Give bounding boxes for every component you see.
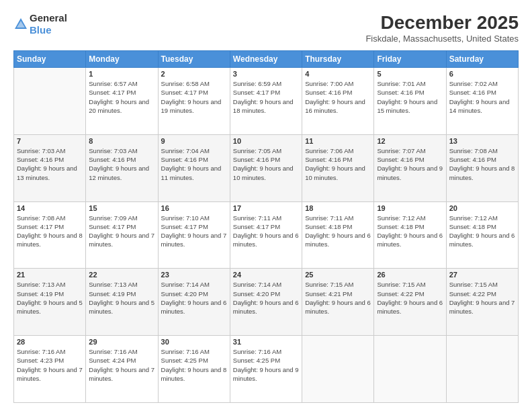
day-info: Sunrise: 7:06 AMSunset: 4:16 PMDaylight:…	[305, 146, 371, 182]
day-info: Sunrise: 7:10 AMSunset: 4:17 PMDaylight:…	[161, 214, 227, 249]
day-cell: 15Sunrise: 7:09 AMSunset: 4:17 PMDayligh…	[86, 201, 158, 269]
header: General Blue December 2025 Fiskdale, Mas…	[13, 12, 519, 44]
week-row-3: 14Sunrise: 7:08 AMSunset: 4:17 PMDayligh…	[14, 201, 519, 269]
day-number: 7	[17, 137, 83, 145]
day-cell: 12Sunrise: 7:07 AMSunset: 4:16 PMDayligh…	[374, 134, 446, 201]
day-number: 9	[161, 137, 227, 145]
day-cell: 25Sunrise: 7:15 AMSunset: 4:21 PMDayligh…	[302, 269, 374, 336]
day-info: Sunrise: 7:11 AMSunset: 4:18 PMDaylight:…	[305, 214, 371, 249]
day-cell: 19Sunrise: 7:12 AMSunset: 4:18 PMDayligh…	[374, 201, 446, 269]
day-cell: 7Sunrise: 7:03 AMSunset: 4:16 PMDaylight…	[14, 134, 86, 201]
day-info: Sunrise: 7:03 AMSunset: 4:16 PMDaylight:…	[17, 146, 83, 182]
day-info: Sunrise: 6:59 AMSunset: 4:17 PMDaylight:…	[233, 79, 299, 115]
week-row-4: 21Sunrise: 7:13 AMSunset: 4:19 PMDayligh…	[14, 269, 519, 336]
location: Fiskdale, Massachusetts, United States	[365, 34, 519, 44]
day-cell: 22Sunrise: 7:13 AMSunset: 4:19 PMDayligh…	[86, 269, 158, 336]
day-number: 21	[17, 271, 83, 279]
day-info: Sunrise: 7:08 AMSunset: 4:16 PMDaylight:…	[449, 146, 515, 182]
day-cell: 4Sunrise: 7:00 AMSunset: 4:16 PMDaylight…	[302, 68, 374, 135]
day-cell	[14, 68, 86, 135]
day-number: 31	[233, 338, 299, 346]
day-number: 27	[449, 271, 515, 279]
day-number: 12	[377, 137, 443, 145]
day-info: Sunrise: 7:09 AMSunset: 4:17 PMDaylight:…	[89, 214, 154, 249]
day-info: Sunrise: 7:16 AMSunset: 4:24 PMDaylight:…	[89, 347, 154, 383]
calendar-body: 1Sunrise: 6:57 AMSunset: 4:17 PMDaylight…	[14, 68, 519, 403]
day-number: 26	[377, 271, 443, 279]
day-info: Sunrise: 7:05 AMSunset: 4:16 PMDaylight:…	[233, 146, 299, 182]
day-info: Sunrise: 7:03 AMSunset: 4:16 PMDaylight:…	[89, 146, 154, 182]
day-cell: 27Sunrise: 7:15 AMSunset: 4:22 PMDayligh…	[446, 269, 518, 336]
day-cell: 17Sunrise: 7:11 AMSunset: 4:17 PMDayligh…	[230, 201, 302, 269]
day-number: 1	[89, 70, 154, 78]
day-cell: 11Sunrise: 7:06 AMSunset: 4:16 PMDayligh…	[302, 134, 374, 201]
day-number: 3	[233, 70, 299, 78]
page: General Blue December 2025 Fiskdale, Mas…	[0, 0, 532, 411]
weekday-header-tuesday: Tuesday	[158, 51, 230, 68]
day-cell: 5Sunrise: 7:01 AMSunset: 4:16 PMDaylight…	[374, 68, 446, 135]
day-cell: 14Sunrise: 7:08 AMSunset: 4:17 PMDayligh…	[14, 201, 86, 269]
logo-icon	[13, 17, 28, 32]
day-info: Sunrise: 7:08 AMSunset: 4:17 PMDaylight:…	[17, 214, 83, 249]
day-cell: 21Sunrise: 7:13 AMSunset: 4:19 PMDayligh…	[14, 269, 86, 336]
day-number: 19	[377, 204, 443, 212]
day-cell	[446, 336, 518, 403]
day-number: 15	[89, 204, 154, 212]
day-number: 16	[161, 204, 227, 212]
weekday-header-saturday: Saturday	[446, 51, 518, 68]
day-number: 17	[233, 204, 299, 212]
day-number: 30	[161, 338, 227, 346]
day-cell: 31Sunrise: 7:16 AMSunset: 4:25 PMDayligh…	[230, 336, 302, 403]
day-info: Sunrise: 7:11 AMSunset: 4:17 PMDaylight:…	[233, 214, 299, 249]
title-block: December 2025 Fiskdale, Massachusetts, U…	[365, 12, 519, 44]
day-cell: 24Sunrise: 7:14 AMSunset: 4:20 PMDayligh…	[230, 269, 302, 336]
weekday-header-thursday: Thursday	[302, 51, 374, 68]
day-info: Sunrise: 7:13 AMSunset: 4:19 PMDaylight:…	[89, 280, 154, 316]
weekday-header-sunday: Sunday	[14, 51, 86, 68]
day-cell: 13Sunrise: 7:08 AMSunset: 4:16 PMDayligh…	[446, 134, 518, 201]
day-info: Sunrise: 7:13 AMSunset: 4:19 PMDaylight:…	[17, 280, 83, 316]
day-info: Sunrise: 7:15 AMSunset: 4:22 PMDaylight:…	[377, 280, 443, 316]
day-number: 24	[233, 271, 299, 279]
day-info: Sunrise: 7:16 AMSunset: 4:25 PMDaylight:…	[233, 347, 299, 383]
day-info: Sunrise: 7:15 AMSunset: 4:21 PMDaylight:…	[305, 280, 371, 316]
day-number: 18	[305, 204, 371, 212]
weekday-header-row: SundayMondayTuesdayWednesdayThursdayFrid…	[14, 51, 519, 68]
day-number: 22	[89, 271, 154, 279]
calendar-table: SundayMondayTuesdayWednesdayThursdayFrid…	[13, 50, 519, 403]
day-number: 23	[161, 271, 227, 279]
logo: General Blue	[13, 12, 67, 36]
day-cell: 16Sunrise: 7:10 AMSunset: 4:17 PMDayligh…	[158, 201, 230, 269]
day-cell: 9Sunrise: 7:04 AMSunset: 4:16 PMDaylight…	[158, 134, 230, 201]
day-number: 8	[89, 137, 154, 145]
day-info: Sunrise: 6:58 AMSunset: 4:17 PMDaylight:…	[161, 79, 227, 115]
day-info: Sunrise: 7:16 AMSunset: 4:23 PMDaylight:…	[17, 347, 83, 383]
day-cell: 30Sunrise: 7:16 AMSunset: 4:25 PMDayligh…	[158, 336, 230, 403]
day-number: 13	[449, 137, 515, 145]
month-title: December 2025	[365, 12, 519, 34]
day-info: Sunrise: 7:16 AMSunset: 4:25 PMDaylight:…	[161, 347, 227, 383]
day-cell: 3Sunrise: 6:59 AMSunset: 4:17 PMDaylight…	[230, 68, 302, 135]
day-info: Sunrise: 7:14 AMSunset: 4:20 PMDaylight:…	[233, 280, 299, 316]
day-cell: 8Sunrise: 7:03 AMSunset: 4:16 PMDaylight…	[86, 134, 158, 201]
day-info: Sunrise: 7:02 AMSunset: 4:16 PMDaylight:…	[449, 79, 515, 115]
day-info: Sunrise: 7:01 AMSunset: 4:16 PMDaylight:…	[377, 79, 443, 115]
day-number: 20	[449, 204, 515, 212]
day-info: Sunrise: 7:15 AMSunset: 4:22 PMDaylight:…	[449, 280, 515, 316]
day-cell	[374, 336, 446, 403]
day-number: 25	[305, 271, 371, 279]
day-cell: 10Sunrise: 7:05 AMSunset: 4:16 PMDayligh…	[230, 134, 302, 201]
day-number: 6	[449, 70, 515, 78]
day-cell: 2Sunrise: 6:58 AMSunset: 4:17 PMDaylight…	[158, 68, 230, 135]
day-info: Sunrise: 6:57 AMSunset: 4:17 PMDaylight:…	[89, 79, 154, 115]
day-info: Sunrise: 7:12 AMSunset: 4:18 PMDaylight:…	[449, 214, 515, 249]
day-cell: 1Sunrise: 6:57 AMSunset: 4:17 PMDaylight…	[86, 68, 158, 135]
weekday-header-wednesday: Wednesday	[230, 51, 302, 68]
day-number: 14	[17, 204, 83, 212]
weekday-header-monday: Monday	[86, 51, 158, 68]
day-number: 10	[233, 137, 299, 145]
day-info: Sunrise: 7:14 AMSunset: 4:20 PMDaylight:…	[161, 280, 227, 316]
week-row-2: 7Sunrise: 7:03 AMSunset: 4:16 PMDaylight…	[14, 134, 519, 201]
day-cell: 18Sunrise: 7:11 AMSunset: 4:18 PMDayligh…	[302, 201, 374, 269]
day-cell: 26Sunrise: 7:15 AMSunset: 4:22 PMDayligh…	[374, 269, 446, 336]
